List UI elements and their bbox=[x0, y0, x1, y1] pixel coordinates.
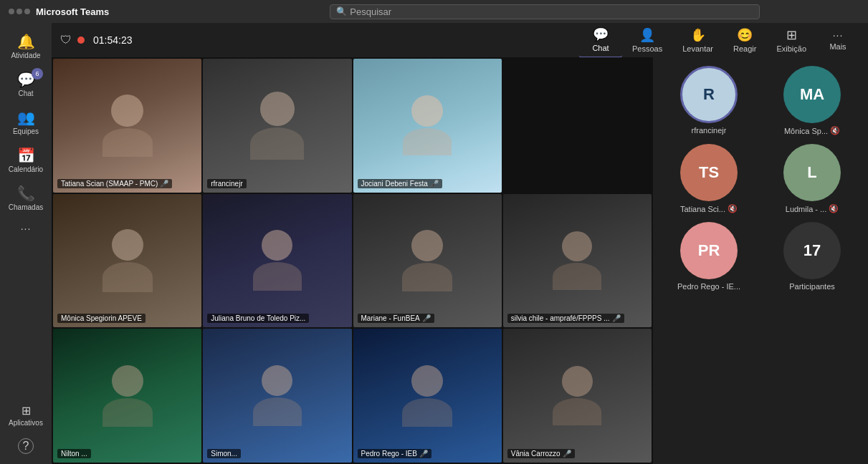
levantar-label: Levantar bbox=[682, 44, 713, 53]
meeting-area: 🛡 01:54:23 💬 Chat 👤 Pessoas ✋ Levantar 😊 bbox=[52, 23, 868, 464]
participant-tatiana-sci[interactable]: TS Tatiana Sci... 🔇 bbox=[662, 144, 756, 213]
search-placeholder: Pesquisar bbox=[350, 6, 391, 17]
name-vania: Vânia Carrozzo 🎤 bbox=[507, 449, 575, 458]
search-bar[interactable]: 🔍 Pesquisar bbox=[330, 4, 760, 19]
mic-vania: 🎤 bbox=[563, 450, 571, 458]
participant-rfrancinejr[interactable]: R rfrancinejr bbox=[662, 66, 756, 135]
chamadas-icon: 📞 bbox=[17, 185, 35, 202]
video-cell-vania: Vânia Carrozzo 🎤 bbox=[503, 329, 652, 463]
toolbar-btn-chat[interactable]: 💬 Chat bbox=[579, 23, 622, 58]
participants-grid: R rfrancinejr MA Mônica Sp... 🔇 bbox=[662, 66, 859, 291]
toolbar-btn-reagir[interactable]: 😊 Reagir bbox=[723, 23, 766, 57]
rfrancinejr-face bbox=[203, 59, 351, 193]
meeting-toolbar: 🛡 01:54:23 💬 Chat 👤 Pessoas ✋ Levantar 😊 bbox=[52, 23, 868, 57]
name-rfrancinejr: rfrancinejr bbox=[207, 179, 246, 188]
sidebar-item-calendario[interactable]: 📅 Calendário bbox=[6, 142, 46, 178]
video-cell-pedro: Pedro Rego - IEB 🎤 bbox=[353, 329, 502, 463]
avatar-pedro-rego: PR bbox=[680, 222, 738, 279]
participant-pedro-rego[interactable]: PR Pedro Rego - IE... bbox=[662, 222, 756, 291]
label-rfrancinejr: rfrancinejr bbox=[692, 126, 727, 135]
vania-face bbox=[503, 329, 652, 463]
video-cell-rfrancinejr: rfrancinejr bbox=[203, 59, 351, 193]
chat-badge: 6 bbox=[32, 68, 43, 79]
levantar-icon: ✋ bbox=[690, 27, 706, 43]
aplicativos-icon: ⊞ bbox=[22, 404, 31, 417]
pessoas-icon: 👤 bbox=[639, 27, 655, 43]
toolbar-btn-levantar[interactable]: ✋ Levantar bbox=[672, 23, 723, 57]
mais-icon: ··· bbox=[21, 223, 32, 234]
participants-panel: R rfrancinejr MA Mônica Sp... 🔇 bbox=[653, 57, 868, 464]
search-icon: 🔍 bbox=[336, 6, 347, 16]
sidebar-item-atividade[interactable]: 🔔 Atividade bbox=[6, 29, 46, 64]
toolbar-buttons: 💬 Chat 👤 Pessoas ✋ Levantar 😊 Reagir ⊞ bbox=[579, 23, 859, 58]
toolbar-btn-pessoas[interactable]: 👤 Pessoas bbox=[622, 23, 672, 57]
sidebar-label-chat: Chat bbox=[18, 90, 33, 97]
mic-mariane: 🎤 bbox=[422, 314, 431, 322]
avatar-tatiana-sci: TS bbox=[680, 144, 738, 201]
toolbar-btn-mais[interactable]: ··· Mais bbox=[816, 25, 859, 55]
exibicao-label: Exibição bbox=[776, 44, 806, 53]
label-participantes: Participantes bbox=[789, 282, 835, 291]
sidebar-item-aplicativos[interactable]: ⊞ Aplicativos bbox=[6, 400, 46, 431]
app-title: Microsoft Teams bbox=[36, 6, 109, 17]
sidebar-item-chat[interactable]: 💬 Chat 6 bbox=[6, 67, 46, 102]
mic-tatiana: 🎤 bbox=[160, 180, 168, 188]
video-cell-empty1 bbox=[503, 59, 652, 193]
participant-monica-sp[interactable]: MA Mônica Sp... 🔇 bbox=[765, 66, 859, 135]
sidebar-label-atividade: Atividade bbox=[11, 52, 40, 59]
recording-dot bbox=[77, 37, 85, 44]
exibicao-icon: ⊞ bbox=[786, 27, 797, 43]
dot1 bbox=[9, 9, 14, 14]
sidebar-item-ajuda[interactable]: ? bbox=[6, 434, 46, 458]
pedro-face bbox=[353, 329, 502, 463]
label-ludmila: Ludmila - ... 🔇 bbox=[786, 204, 839, 213]
sidebar-label-calendario: Calendário bbox=[9, 165, 43, 173]
name-tatiana: Tatiana Scian (SMAAP - PMC) 🎤 bbox=[57, 179, 172, 188]
video-cell-simon: Simon... bbox=[203, 329, 351, 463]
silvia-face bbox=[503, 194, 652, 328]
participant-ludmila[interactable]: L Ludmila - ... 🔇 bbox=[765, 144, 859, 213]
label-pedro-rego: Pedro Rego - IE... bbox=[677, 282, 740, 291]
label-tatiana-sci: Tatiana Sci... 🔇 bbox=[680, 204, 738, 213]
video-cell-jociani: Jociani Debeni Festa 🎤 bbox=[353, 59, 502, 193]
juliana-face bbox=[203, 194, 351, 328]
sidebar-item-equipes[interactable]: 👥 Equipes bbox=[6, 105, 46, 140]
video-cell-monica: Mônica Spegiorin APEVE bbox=[53, 194, 201, 328]
video-cell-mariane: Mariane - FunBEA 🎤 bbox=[353, 194, 502, 328]
mariane-face bbox=[353, 194, 502, 328]
reagir-icon: 😊 bbox=[737, 27, 753, 43]
participant-count[interactable]: 17 Participantes bbox=[765, 222, 859, 291]
main-layout: 🔔 Atividade 💬 Chat 6 👥 Equipes 📅 Calendá… bbox=[0, 23, 868, 464]
window-controls bbox=[9, 9, 30, 14]
muted-tatiana: 🔇 bbox=[728, 204, 738, 213]
label-monica-sp: Mônica Sp... 🔇 bbox=[784, 126, 840, 135]
name-simon: Simon... bbox=[207, 449, 241, 458]
chat-toolbar-label: Chat bbox=[592, 44, 609, 52]
sidebar-item-mais[interactable]: ··· bbox=[6, 218, 46, 240]
mais-toolbar-icon: ··· bbox=[833, 29, 844, 41]
ajuda-icon: ? bbox=[18, 438, 34, 454]
muted-ludmila: 🔇 bbox=[829, 204, 839, 213]
shield-icon: 🛡 bbox=[60, 34, 72, 47]
sidebar-item-chamadas[interactable]: 📞 Chamadas bbox=[6, 180, 46, 216]
tatiana-face bbox=[53, 59, 201, 193]
equipes-icon: 👥 bbox=[17, 109, 35, 126]
toolbar-btn-exibicao[interactable]: ⊞ Exibição bbox=[766, 23, 816, 57]
mic-silvia: 🎤 bbox=[612, 314, 621, 322]
sidebar: 🔔 Atividade 💬 Chat 6 👥 Equipes 📅 Calendá… bbox=[0, 23, 52, 464]
video-panel: Tatiana Scian (SMAAP - PMC) 🎤 rfrancinej… bbox=[52, 57, 868, 464]
pessoas-label: Pessoas bbox=[632, 44, 662, 53]
title-bar: Microsoft Teams 🔍 Pesquisar bbox=[0, 0, 868, 23]
name-juliana: Juliana Bruno de Toledo Piz... bbox=[207, 314, 309, 323]
nilton-face bbox=[53, 329, 201, 463]
dot3 bbox=[24, 9, 30, 14]
name-mariane: Mariane - FunBEA 🎤 bbox=[358, 314, 434, 323]
video-grid: Tatiana Scian (SMAAP - PMC) 🎤 rfrancinej… bbox=[52, 57, 653, 464]
sidebar-label-chamadas: Chamadas bbox=[9, 203, 43, 211]
chat-toolbar-icon: 💬 bbox=[593, 26, 609, 42]
count-circle: 17 bbox=[783, 222, 841, 279]
video-cell-nilton: Nilton ... bbox=[53, 329, 201, 463]
calendario-icon: 📅 bbox=[17, 147, 35, 164]
avatar-ludmila: L bbox=[783, 144, 841, 201]
mais-toolbar-label: Mais bbox=[829, 42, 846, 51]
